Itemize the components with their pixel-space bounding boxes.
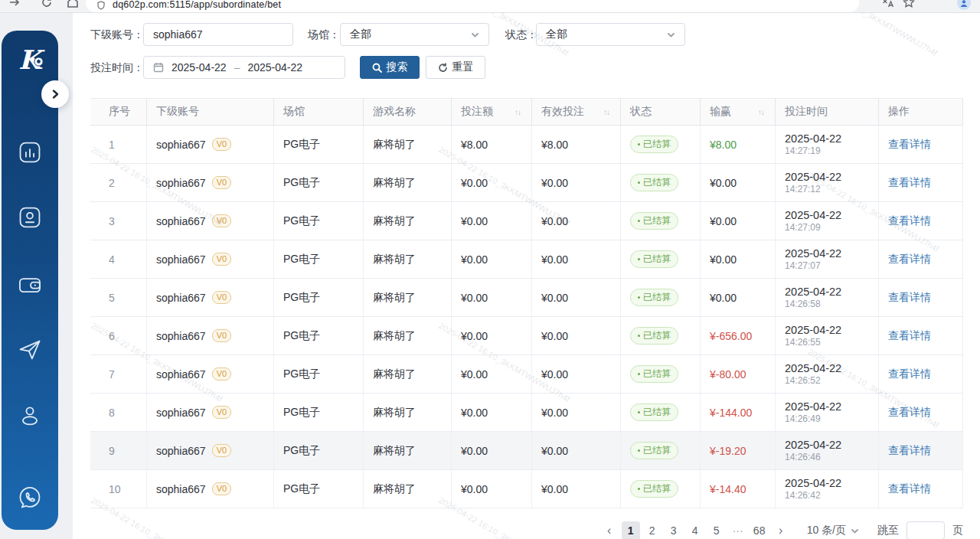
column-header-valid-bet[interactable]: 有效投注↑↓ xyxy=(532,99,621,126)
win-loss-cell: ¥0.00 xyxy=(701,202,776,240)
column-header-action: 操作 xyxy=(879,99,963,126)
site-info-icon[interactable] xyxy=(96,1,106,10)
page-number-68[interactable]: 68 xyxy=(750,521,769,539)
bookmark-star-icon[interactable] xyxy=(902,0,916,9)
bet-time: 14:26:58 xyxy=(785,299,821,310)
address-bar[interactable]: dq602p.com:5115/app/subordinate/bet xyxy=(86,0,859,12)
sidebar-item-promotions[interactable] xyxy=(17,337,43,363)
row-index: 1 xyxy=(90,126,147,164)
valid-bet-cell: ¥0.00 xyxy=(532,240,621,279)
view-details-link[interactable]: 查看详情 xyxy=(888,406,931,420)
page-size-select[interactable]: 10 条/页 xyxy=(807,524,859,537)
status-badge: 已结算 xyxy=(630,174,678,191)
jump-to-label: 跳至 xyxy=(877,524,899,537)
view-details-link[interactable]: 查看详情 xyxy=(888,368,931,381)
row-index: 5 xyxy=(90,279,147,317)
date-from: 2025-04-22 xyxy=(172,61,227,74)
valid-bet-cell: ¥8.00 xyxy=(532,126,621,164)
game-name-cell: 麻将胡了 xyxy=(364,240,452,279)
column-header-status: 状态 xyxy=(621,99,701,126)
table-row: 2 sophia667 V0 PG电子 麻将胡了 ¥0.00 ¥0.00 已结算… xyxy=(90,164,963,202)
vip-level-badge: V0 xyxy=(212,482,231,495)
sidebar-item-members[interactable] xyxy=(17,204,43,230)
sort-icon[interactable]: ↑↓ xyxy=(514,108,521,116)
bet-time: 14:27:07 xyxy=(785,260,821,272)
view-details-link[interactable]: 查看详情 xyxy=(888,291,931,305)
soccer-ball-icon xyxy=(34,57,44,67)
bet-date: 2025-04-22 xyxy=(785,170,841,184)
bet-time: 14:26:42 xyxy=(785,490,821,501)
status-badge: 已结算 xyxy=(630,136,678,153)
bet-amount-cell: ¥0.00 xyxy=(452,202,532,240)
page-number-2[interactable]: 2 xyxy=(643,521,662,539)
view-details-link[interactable]: 查看详情 xyxy=(888,482,931,496)
next-page-button[interactable]: › xyxy=(772,521,790,539)
view-details-link[interactable]: 查看详情 xyxy=(888,176,931,190)
bet-date: 2025-04-22 xyxy=(785,247,841,260)
sidebar-item-support[interactable] xyxy=(17,485,43,511)
table-row: 10 sophia667 V0 PG电子 麻将胡了 ¥0.00 ¥0.00 已结… xyxy=(90,470,963,508)
reset-button[interactable]: 重置 xyxy=(426,56,485,79)
bet-time-filter-label: 投注时间： xyxy=(90,56,144,79)
win-loss-cell: ¥0.00 xyxy=(701,240,776,279)
valid-bet-cell: ¥0.00 xyxy=(532,164,621,202)
venue-select[interactable]: 全部 xyxy=(340,23,489,46)
account-input[interactable] xyxy=(143,23,293,46)
browser-profile-avatar[interactable] xyxy=(957,0,971,10)
row-index: 6 xyxy=(90,317,147,355)
page-number-5[interactable]: 5 xyxy=(707,521,726,539)
main-content: 2025-04-22 16:10_3KKMTWWWUJ7h4f 2025-04-… xyxy=(73,13,980,539)
reload-icon[interactable] xyxy=(40,0,54,9)
sidebar-expand-button[interactable] xyxy=(41,80,69,108)
sidebar-item-stats[interactable] xyxy=(17,139,43,165)
column-header-win-loss[interactable]: 输赢↑↓ xyxy=(701,99,776,126)
venue-cell: PG电子 xyxy=(274,202,364,240)
page-number-3[interactable]: 3 xyxy=(665,521,683,539)
bet-date: 2025-04-22 xyxy=(785,323,841,337)
date-range-picker[interactable]: 2025-04-22 – 2025-04-22 xyxy=(143,56,345,79)
bet-time: 14:27:12 xyxy=(785,184,821,195)
search-button[interactable]: 搜索 xyxy=(360,56,420,79)
nav-forward-icon[interactable] xyxy=(8,0,21,9)
app-logo: K xyxy=(2,44,58,75)
bet-amount-cell: ¥0.00 xyxy=(452,164,532,202)
jump-page-input[interactable] xyxy=(906,521,945,539)
sort-icon[interactable]: ↑↓ xyxy=(758,108,764,116)
prev-page-button[interactable]: ‹ xyxy=(600,521,619,539)
translate-icon[interactable] xyxy=(880,0,894,9)
game-name-cell: 麻将胡了 xyxy=(364,317,452,355)
venue-cell: PG电子 xyxy=(274,164,364,202)
date-separator: – xyxy=(234,61,240,74)
home-icon[interactable] xyxy=(66,0,80,9)
column-header-index: 序号 xyxy=(90,99,147,126)
bet-amount-cell: ¥0.00 xyxy=(452,279,532,317)
url-text: dq602p.com:5115/app/subordinate/bet xyxy=(113,0,281,10)
sidebar-item-profile[interactable] xyxy=(17,402,43,428)
bet-time: 14:27:19 xyxy=(785,145,821,157)
status-select[interactable]: 全部 xyxy=(536,23,685,46)
page-number-4[interactable]: 4 xyxy=(686,521,704,539)
view-details-link[interactable]: 查看详情 xyxy=(888,329,931,343)
bet-amount-cell: ¥0.00 xyxy=(452,470,532,508)
status-badge: 已结算 xyxy=(630,289,678,306)
bet-time: 14:26:52 xyxy=(785,375,821,387)
game-name-cell: 麻将胡了 xyxy=(364,279,452,317)
valid-bet-cell: ¥0.00 xyxy=(532,202,621,240)
view-details-link[interactable]: 查看详情 xyxy=(888,253,931,266)
chevron-down-icon xyxy=(667,31,675,39)
view-details-link[interactable]: 查看详情 xyxy=(888,214,931,228)
table-header-row: 序号下级账号场馆游戏名称投注额↑↓有效投注↑↓状态输赢↑↓投注时间操作 xyxy=(90,98,963,126)
venue-cell: PG电子 xyxy=(274,240,364,279)
view-details-link[interactable]: 查看详情 xyxy=(888,444,931,458)
win-loss-cell: ¥-144.00 xyxy=(701,394,776,432)
sidebar-item-wallet[interactable] xyxy=(17,272,43,298)
view-details-link[interactable]: 查看详情 xyxy=(888,138,931,152)
refresh-icon xyxy=(438,63,448,73)
bet-date: 2025-04-22 xyxy=(785,438,841,452)
account-name: sophia667 xyxy=(156,483,206,495)
vip-level-badge: V0 xyxy=(212,214,231,227)
column-header-bet-amount[interactable]: 投注额↑↓ xyxy=(452,99,532,126)
sort-icon[interactable]: ↑↓ xyxy=(603,108,609,116)
page-number-1[interactable]: 1 xyxy=(622,521,640,539)
valid-bet-cell: ¥0.00 xyxy=(532,317,621,355)
